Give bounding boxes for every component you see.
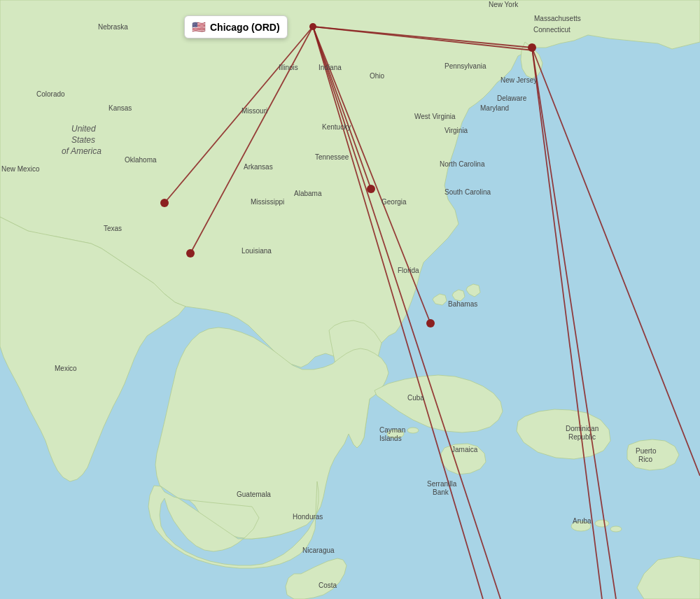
- svg-text:Islands: Islands: [379, 435, 402, 442]
- svg-text:States: States: [71, 135, 95, 145]
- svg-point-21: [426, 319, 435, 327]
- svg-text:United: United: [71, 124, 96, 134]
- svg-text:Puerto: Puerto: [636, 447, 657, 455]
- svg-text:Nebraska: Nebraska: [98, 23, 128, 31]
- svg-text:Indiana: Indiana: [318, 64, 342, 71]
- svg-text:Kentucky: Kentucky: [322, 123, 351, 131]
- svg-text:Mississippi: Mississippi: [251, 198, 284, 206]
- svg-text:Virginia: Virginia: [444, 127, 468, 134]
- svg-point-5: [610, 526, 622, 532]
- svg-point-17: [528, 43, 536, 52]
- svg-point-20: [186, 249, 195, 258]
- svg-point-19: [160, 199, 169, 207]
- svg-text:New Jersey: New Jersey: [500, 76, 537, 84]
- svg-text:Connecticut: Connecticut: [533, 26, 570, 34]
- svg-text:Maryland: Maryland: [480, 104, 509, 112]
- svg-text:Nicaragua: Nicaragua: [302, 547, 335, 554]
- svg-text:of America: of America: [62, 146, 102, 156]
- svg-text:New York: New York: [489, 1, 519, 8]
- svg-text:Illinois: Illinois: [279, 64, 298, 71]
- svg-text:Mexico: Mexico: [55, 365, 77, 372]
- svg-text:Kansas: Kansas: [108, 104, 132, 112]
- svg-text:Honduras: Honduras: [293, 513, 323, 521]
- svg-text:New Mexico: New Mexico: [1, 165, 40, 173]
- svg-text:Jamaica: Jamaica: [451, 446, 478, 453]
- svg-point-18: [367, 185, 375, 193]
- svg-text:West Virginia: West Virginia: [414, 113, 456, 120]
- svg-text:Ohio: Ohio: [370, 72, 385, 80]
- svg-text:Guatemala: Guatemala: [237, 491, 271, 498]
- svg-text:Bahamas: Bahamas: [448, 300, 477, 308]
- svg-text:Costa: Costa: [318, 582, 337, 589]
- svg-text:Pennsylvania: Pennsylvania: [444, 62, 486, 70]
- svg-text:Tennessee: Tennessee: [315, 153, 349, 161]
- svg-text:Texas: Texas: [104, 225, 122, 232]
- svg-text:Dominican: Dominican: [566, 425, 598, 432]
- svg-text:Cayman: Cayman: [379, 426, 405, 434]
- svg-text:Serranilla: Serranilla: [427, 480, 457, 488]
- svg-point-22: [309, 23, 316, 30]
- map-svg: .land { fill: #d4e8c0; stroke: #b0cc90; …: [0, 0, 700, 599]
- svg-text:Arkansas: Arkansas: [244, 163, 273, 171]
- svg-text:Cuba: Cuba: [407, 394, 424, 402]
- us-flag-icon: 🇺🇸: [192, 20, 206, 34]
- svg-text:Rico: Rico: [638, 456, 652, 463]
- svg-text:Louisiana: Louisiana: [241, 247, 272, 255]
- svg-text:South Carolina: South Carolina: [444, 188, 491, 196]
- chicago-label-text: Chicago (ORD): [210, 22, 280, 33]
- svg-text:Florida: Florida: [398, 267, 419, 274]
- svg-text:Colorado: Colorado: [36, 90, 65, 98]
- svg-text:North Carolina: North Carolina: [440, 160, 485, 168]
- svg-text:Alabama: Alabama: [294, 190, 322, 197]
- svg-point-2: [407, 428, 419, 433]
- svg-point-4: [595, 520, 609, 527]
- svg-text:Bank: Bank: [433, 488, 449, 496]
- svg-text:Missouri: Missouri: [241, 107, 267, 115]
- chicago-label: 🇺🇸 Chicago (ORD): [184, 15, 288, 38]
- svg-text:Delaware: Delaware: [497, 94, 527, 102]
- svg-text:Oklahoma: Oklahoma: [125, 156, 157, 164]
- svg-text:Georgia: Georgia: [382, 198, 407, 206]
- svg-text:Aruba: Aruba: [573, 517, 592, 525]
- svg-text:Republic: Republic: [568, 433, 596, 441]
- svg-text:Massachusetts: Massachusetts: [534, 15, 581, 22]
- map-container: .land { fill: #d4e8c0; stroke: #b0cc90; …: [0, 0, 700, 599]
